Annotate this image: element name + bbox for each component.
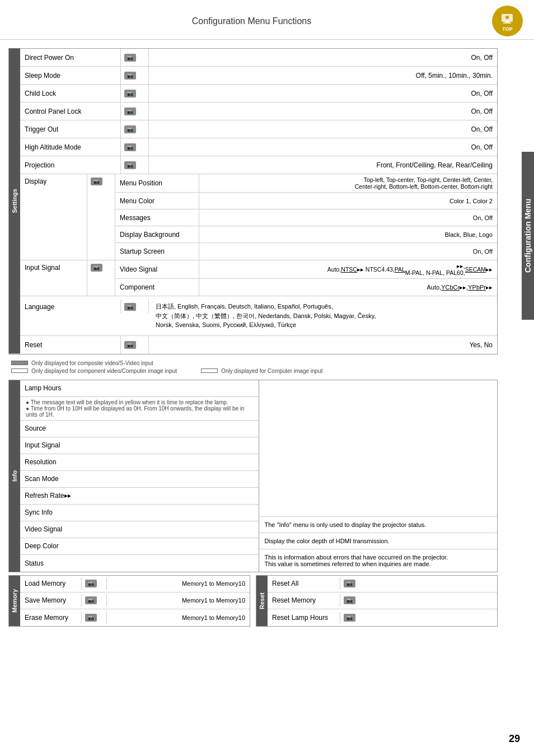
settings-content: Direct Power On 📷 On, Off Sleep Mode 📷 O… <box>20 49 497 354</box>
legend-box-light2 <box>201 368 218 373</box>
reset-all-icon: 📷 <box>340 577 366 590</box>
language-row: Language 📷 日本語, English, Français, Deuts… <box>20 296 497 336</box>
top-label: TOP <box>502 26 512 32</box>
direct-power-on-row: Direct Power On 📷 On, Off <box>20 49 497 67</box>
legend-box-dark <box>11 361 28 365</box>
sleep-mode-icon: 📷 <box>121 67 149 84</box>
reset-lamp-hours-row: Reset Lamp Hours 📷 <box>268 609 497 626</box>
page-title: Configuration Menu Functions <box>192 16 311 26</box>
lamp-notes: ● The message text will be displayed in … <box>20 397 259 421</box>
refresh-rate-label: Refresh Rate▸▸ <box>25 492 71 500</box>
sleep-mode-value: Off, 5min., 10min., 30min. <box>149 67 497 84</box>
video-signal-label: Video Signal <box>115 260 199 278</box>
menu-color-value: Color 1, Color 2 <box>199 193 497 209</box>
component-row: Component Auto, YCbCr▸▸, YPbPr▸▸ <box>115 279 497 296</box>
settings-reset-row: Reset 📷 Yes, No <box>20 336 497 354</box>
source-label: Source <box>25 424 46 432</box>
info-label: Info <box>9 380 20 572</box>
legend-text-2: Only displayed for component video/Compu… <box>31 368 177 374</box>
sync-info-label: Sync Info <box>25 508 53 516</box>
input-signal-label: Input Signal <box>20 260 87 296</box>
reset-all-row: Reset All 📷 <box>268 576 497 592</box>
save-memory-row: Save Memory 📷 Memory1 to Memory10 <box>20 592 250 609</box>
page-number: 29 <box>509 733 520 745</box>
memory-content: Load Memory 📷 Memory1 to Memory10 Save M… <box>20 576 250 626</box>
display-icon: 📷 <box>87 174 115 260</box>
scan-mode-row: Scan Mode <box>20 471 259 488</box>
status-row: Status <box>20 555 259 572</box>
reset-bottom-section: Reset Reset All 📷 Reset Memory 📷 <box>256 575 498 627</box>
page-header: Configuration Menu Functions TOP <box>0 0 534 40</box>
control-panel-lock-icon: 📷 <box>121 102 149 120</box>
video-signal-info-label: Video Signal <box>25 525 62 533</box>
memory-section: Memory Load Memory 📷 Memory1 to Memory10… <box>8 575 250 627</box>
child-lock-value: On, Off <box>149 85 497 102</box>
bottom-sections: Memory Load Memory 📷 Memory1 to Memory10… <box>8 575 498 627</box>
erase-memory-label: Erase Memory <box>20 612 82 624</box>
reset-all-label: Reset All <box>268 577 340 590</box>
trigger-out-label: Trigger Out <box>20 120 121 138</box>
projection-icon: 📷 <box>121 156 149 174</box>
erase-memory-value: Memory1 to Memory10 <box>107 612 250 623</box>
info-section: Info Lamp Hours ● The message text will … <box>8 380 498 572</box>
video-signal-desc: The "Info" menu is only used to display … <box>259 517 498 533</box>
projection-row: Projection 📷 Front, Front/Ceiling, Rear,… <box>20 156 497 174</box>
language-label: Language <box>20 300 121 313</box>
resolution-row: Resolution <box>20 454 259 471</box>
legend-line-1: Only displayed for composite video/S-Vid… <box>11 360 495 366</box>
display-subtable: Menu Position Top-left, Top-center, Top-… <box>115 174 497 260</box>
menu-position-row: Menu Position Top-left, Top-center, Top-… <box>115 174 497 193</box>
display-background-value: Black, Blue, Logo <box>199 226 497 242</box>
startup-screen-value: On, Off <box>199 243 497 260</box>
load-memory-value: Memory1 to Memory10 <box>107 578 250 589</box>
menu-position-label: Menu Position <box>115 174 199 192</box>
control-panel-lock-label: Control Panel Lock <box>20 102 121 120</box>
menu-position-value: Top-left, Top-center, Top-right, Center-… <box>199 174 497 192</box>
video-signal-value: Auto, NTSC▸▸ NTSC4.43, PAL▸▸,M-PAL, N-PA… <box>199 260 497 278</box>
settings-reset-value: Yes, No <box>149 336 497 354</box>
save-memory-icon: 📷 <box>82 594 107 606</box>
info-descriptions: The "Info" menu is only used to display … <box>259 380 498 572</box>
display-background-label: Display Background <box>115 226 199 242</box>
direct-power-on-icon: 📷 <box>121 49 149 66</box>
legend-line-2: Only displayed for component video/Compu… <box>11 368 495 374</box>
info-empty-space <box>259 380 498 517</box>
refresh-rate-row: Refresh Rate▸▸ <box>20 488 259 505</box>
deep-color-label: Deep Color <box>25 542 59 550</box>
top-icon: TOP <box>492 6 523 36</box>
video-signal-row: Video Signal Auto, NTSC▸▸ NTSC4.43, PAL▸… <box>115 260 497 279</box>
legend-area: Only displayed for composite video/S-Vid… <box>3 357 503 377</box>
component-value: Auto, YCbCr▸▸, YPbPr▸▸ <box>199 279 497 296</box>
scan-mode-label: Scan Mode <box>25 475 59 483</box>
display-background-row: Display Background Black, Blue, Logo <box>115 226 497 243</box>
language-value: 日本語, English, Français, Deutsch, Italian… <box>149 300 497 332</box>
control-panel-lock-row: Control Panel Lock 📷 On, Off <box>20 102 497 120</box>
deep-color-row: Deep Color <box>20 538 259 555</box>
lamp-hours-label: Lamp Hours <box>25 384 61 392</box>
lamp-note-1: The message text will be displayed in ye… <box>31 399 228 405</box>
lamp-hours-row: Lamp Hours <box>20 380 259 397</box>
messages-label: Messages <box>115 209 199 226</box>
source-row: Source <box>20 421 259 437</box>
input-signal-subtable: Video Signal Auto, NTSC▸▸ NTSC4.43, PAL▸… <box>115 260 497 296</box>
display-row: Display 📷 Menu Position Top-left, Top-ce… <box>20 174 497 260</box>
messages-row: Messages On, Off <box>115 209 497 226</box>
trigger-out-icon: 📷 <box>121 120 149 138</box>
menu-color-row: Menu Color Color 1, Color 2 <box>115 193 497 209</box>
reset-lamp-hours-label: Reset Lamp Hours <box>268 612 340 624</box>
child-lock-label: Child Lock <box>20 85 121 102</box>
reset-content: Reset All 📷 Reset Memory 📷 Reset Lamp Ho… <box>268 576 497 626</box>
input-signal-info-row: Input Signal <box>20 437 259 454</box>
direct-power-on-label: Direct Power On <box>20 49 121 66</box>
resolution-label: Resolution <box>25 458 57 466</box>
reset-memory-label: Reset Memory <box>268 594 340 606</box>
reset-label: Reset <box>256 576 268 626</box>
direct-power-on-value: On, Off <box>149 49 497 66</box>
memory-label: Memory <box>9 576 20 626</box>
reset-lamp-hours-icon: 📷 <box>340 612 366 624</box>
settings-reset-label: Reset <box>20 336 121 354</box>
legend-text-3: Only displayed for Computer image input <box>221 368 322 374</box>
erase-memory-icon: 📷 <box>82 612 107 624</box>
control-panel-lock-value: On, Off <box>149 102 497 120</box>
load-memory-row: Load Memory 📷 Memory1 to Memory10 <box>20 576 250 592</box>
